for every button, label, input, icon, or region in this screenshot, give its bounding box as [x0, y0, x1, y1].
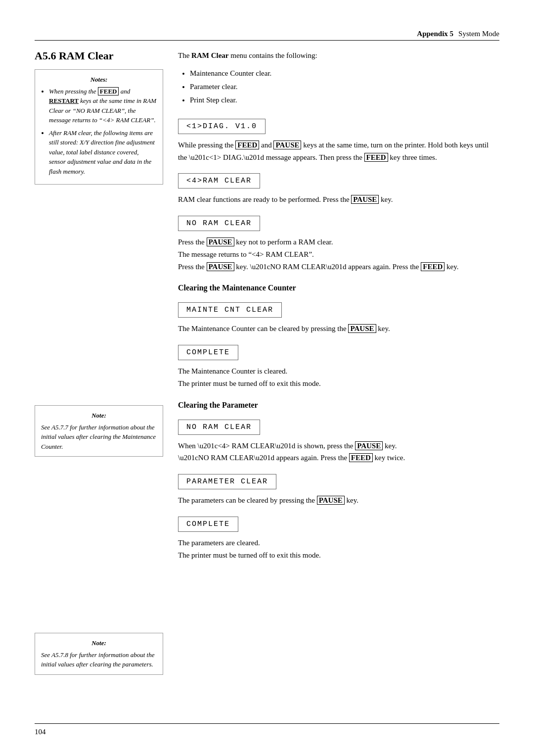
left-spacer [35, 192, 163, 405]
left-spacer-2 [35, 465, 163, 633]
section-heading: A5.6 RAM Clear [35, 49, 163, 62]
complete-2-para: The parameters are cleared. The printer … [178, 537, 499, 562]
lcd-mainte-cnt: MAINTE CNT CLEAR [178, 302, 282, 318]
pause-key-5: PAUSE [348, 324, 376, 333]
no-ram-text-2: key not to perform a RAM clear. [234, 238, 333, 246]
intro-paragraph: The RAM Clear menu contains the followin… [178, 49, 499, 62]
feed-key-2: FEED [364, 153, 388, 162]
no-ram-text-3: The message returns to “<4> RAM CLEAR”. [178, 250, 314, 258]
subsection-maintenance: Clearing the Maintenance Counter [178, 284, 499, 292]
restart-key-note: RESTART [49, 97, 79, 104]
feed-pause-text-3: key three times. [388, 153, 437, 161]
complete-1-text-1: The Maintenance Counter is cleared. [178, 367, 287, 375]
notes-title: Notes: [41, 75, 157, 85]
lcd-complete-1: COMPLETE [178, 345, 238, 360]
note-parameter-title: Note: [41, 638, 157, 648]
param-clear-text-1: The parameters can be cleared by pressin… [178, 496, 317, 504]
complete-2-text-2: The printer must be turned off to exit t… [178, 551, 321, 559]
no-ram-text-6: key. [445, 263, 458, 271]
no-ram-text-5: key. \u201cNO RAM CLEAR\u201d appears ag… [234, 263, 421, 271]
lcd-ram-clear: <4>RAM CLEAR [178, 173, 260, 189]
no-ram-para-1: Press the PAUSE key not to perform a RAM… [178, 236, 499, 273]
pause-key-6: PAUSE [355, 441, 383, 450]
mainte-text-2: key. [376, 325, 390, 332]
and-text: and [259, 141, 273, 149]
lcd-no-ram-clear-1: NO RAM CLEAR [178, 216, 260, 231]
page: Appendix 5 System Mode A5.6 RAM Clear No… [0, 0, 534, 756]
lcd-diag: <1>DIAG. V1.0 [178, 119, 266, 134]
pause-key-2: PAUSE [351, 195, 379, 204]
param-text-4: key twice. [373, 454, 405, 462]
page-footer: 104 [35, 723, 499, 736]
right-column: The RAM Clear menu contains the followin… [178, 49, 499, 683]
feed-key-3: FEED [421, 262, 445, 271]
mainte-text-1: The Maintenance Counter can be cleared b… [178, 325, 348, 332]
note-parameter-box: Note: See A5.7.8 for further information… [35, 633, 163, 675]
ram-ready-para: RAM clear functions are ready to be perf… [178, 193, 499, 206]
lcd-no-ram-clear-2: NO RAM CLEAR [178, 420, 260, 435]
ram-ready-text-2: key. [379, 195, 393, 203]
note-maintenance-title: Note: [41, 411, 157, 421]
param-text-2: key. [383, 442, 397, 450]
page-number: 104 [35, 728, 46, 736]
param-para-1: When \u201c<4> RAM CLEAR\u201d is shown,… [178, 440, 499, 465]
feed-key-1: FEED [235, 141, 259, 149]
lcd-complete-2: COMPLETE [178, 517, 238, 532]
param-clear-text-2: key. [345, 496, 358, 504]
pause-key-1: PAUSE [273, 141, 301, 149]
note-maintenance-box: Note: See A5.7.7 for further information… [35, 405, 163, 457]
no-ram-text-1: Press the [178, 238, 207, 246]
notes-box: Notes: When pressing the FEED and RESTAR… [35, 69, 163, 185]
note-item-2: After RAM clear, the following items are… [49, 128, 157, 177]
feed-pause-para: While pressing the FEED and PAUSE keys a… [178, 139, 499, 164]
param-text-3: \u201cNO RAM CLEAR\u201d appears again. … [178, 454, 349, 462]
feed-pause-text-1: While pressing the [178, 141, 235, 149]
param-text-1: When \u201c<4> RAM CLEAR\u201d is shown,… [178, 442, 355, 450]
bullet-1: Maintenance Counter clear. [190, 67, 499, 80]
bullet-2: Parameter clear. [190, 80, 499, 94]
header-appendix: Appendix 5 [417, 30, 453, 38]
param-clear-para: The parameters can be cleared by pressin… [178, 494, 499, 507]
lcd-parameter-clear: PARAMETER CLEAR [178, 474, 276, 489]
note-maintenance-text: See A5.7.7 for further information about… [41, 423, 157, 452]
pause-key-4: PAUSE [207, 262, 234, 271]
bullet-list: Maintenance Counter clear. Parameter cle… [178, 67, 499, 107]
feed-key-4: FEED [349, 453, 373, 462]
left-column: A5.6 RAM Clear Notes: When pressing the … [35, 49, 163, 683]
ram-ready-text-1: RAM clear functions are ready to be perf… [178, 195, 351, 203]
pause-key-7: PAUSE [317, 496, 345, 505]
complete-2-text-1: The parameters are cleared. [178, 539, 260, 547]
note-item-1: When pressing the FEED and RESTART keys … [49, 87, 157, 125]
feed-key-note: FEED [98, 87, 119, 95]
mainte-para: The Maintenance Counter can be cleared b… [178, 323, 499, 335]
header-title: System Mode [458, 30, 499, 38]
bullet-3: Print Step clear. [190, 94, 499, 107]
subsection-parameter: Clearing the Parameter [178, 401, 499, 410]
pause-key-3: PAUSE [207, 237, 234, 246]
main-layout: A5.6 RAM Clear Notes: When pressing the … [35, 49, 499, 683]
intro-text: The RAM Clear menu contains the followin… [178, 51, 317, 59]
no-ram-text-4: Press the [178, 263, 207, 271]
note-parameter-text: See A5.7.8 for further information about… [41, 650, 157, 669]
page-header: Appendix 5 System Mode [35, 30, 499, 41]
notes-list: When pressing the FEED and RESTART keys … [41, 87, 157, 177]
complete-1-para: The Maintenance Counter is cleared. The … [178, 365, 499, 390]
complete-1-text-2: The printer must be turned off to exit t… [178, 379, 321, 387]
